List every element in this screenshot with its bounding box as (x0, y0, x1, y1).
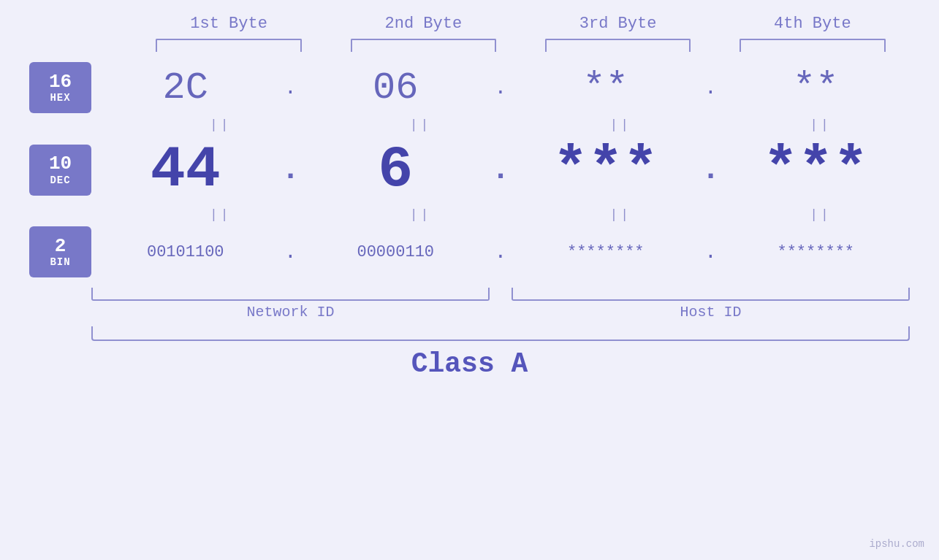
eq-sep2-3 (710, 207, 731, 222)
host-id-section: Host ID (512, 288, 910, 321)
byte-header-1: 1st Byte (132, 15, 326, 39)
byte-header-4: 4th Byte (715, 15, 910, 39)
hex-row: 16 HEX 2C . 06 . ** . ** (29, 62, 910, 113)
network-id-section: Network ID (91, 288, 490, 321)
dec-byte-1: 44 (91, 137, 280, 203)
dec-dot-1: . (280, 153, 302, 188)
hex-byte-3: ** (512, 66, 700, 110)
dec-byte-4: *** (722, 137, 911, 203)
byte-headers: 1st Byte 2nd Byte 3rd Byte 4th Byte (29, 15, 910, 39)
bin-dot-2: . (490, 241, 512, 264)
hex-values: 2C . 06 . ** . ** (91, 66, 910, 110)
hex-byte-1: 2C (91, 66, 280, 110)
eq-sep2-1 (310, 207, 332, 222)
top-bracket-3 (545, 39, 691, 52)
eq-sep-3 (710, 118, 731, 132)
class-label: Class A (411, 348, 528, 380)
bracket-cell-4 (715, 39, 910, 52)
bin-dot-1: . (280, 241, 302, 264)
host-bracket (512, 288, 910, 301)
dec-badge-num: 10 (49, 153, 72, 174)
main-container: 1st Byte 2nd Byte 3rd Byte 4th Byte 16 H… (0, 0, 939, 560)
top-bracket-1 (156, 39, 302, 52)
dec-byte-3: *** (512, 137, 700, 203)
dec-row: 10 DEC 44 . 6 . *** . *** (29, 137, 910, 203)
bracket-cell-1 (132, 39, 326, 52)
bin-values: 00101100 . 00000110 . ******** . *******… (91, 241, 910, 264)
hex-badge-num: 16 (49, 72, 72, 93)
eq-2-1: || (132, 207, 310, 222)
byte-header-3: 3rd Byte (521, 15, 715, 39)
attribution: ipshu.com (869, 538, 924, 550)
byte-header-2: 2nd Byte (326, 15, 520, 39)
eq-1-4: || (731, 118, 910, 132)
dec-badge: 10 DEC (29, 145, 91, 196)
eq-2-3: || (532, 207, 710, 222)
hex-dot-3: . (700, 77, 722, 99)
big-bracket-container (29, 326, 910, 341)
hex-badge-label: HEX (50, 92, 70, 104)
bracket-cell-2 (326, 39, 520, 52)
eq-1-1: || (132, 118, 310, 132)
big-bottom-bracket (91, 326, 910, 341)
top-bracket-4 (740, 39, 886, 52)
hex-byte-4: ** (722, 66, 911, 110)
class-container: Class A (29, 348, 910, 380)
eq-2-2: || (332, 207, 510, 222)
hex-dot-1: . (280, 77, 302, 99)
bin-badge-num: 2 (55, 236, 66, 257)
eq-1-2: || (332, 118, 510, 132)
dec-values: 44 . 6 . *** . *** (91, 137, 910, 203)
bin-badge: 2 BIN (29, 226, 91, 277)
bin-row: 2 BIN 00101100 . 00000110 . ******** . *… (29, 226, 910, 277)
eq-1-3: || (532, 118, 710, 132)
bin-byte-3: ******** (512, 243, 700, 261)
dec-byte-2: 6 (302, 137, 490, 203)
top-bracket-2 (351, 39, 497, 52)
network-bracket (91, 288, 490, 301)
eq-sep-1 (310, 118, 332, 132)
equals-row-2: || || || || (29, 207, 910, 222)
bottom-bracket-container: Network ID Host ID (91, 288, 910, 321)
bottom-section: Network ID Host ID (29, 288, 910, 321)
eq-2-4: || (731, 207, 910, 222)
hex-badge: 16 HEX (29, 62, 91, 113)
dec-dot-2: . (490, 153, 512, 188)
host-id-label: Host ID (680, 304, 741, 321)
bin-byte-4: ******** (722, 243, 911, 261)
eq-sep2-2 (510, 207, 532, 222)
bin-byte-2: 00000110 (302, 243, 490, 261)
eq-sep-2 (510, 118, 532, 132)
bin-badge-label: BIN (50, 256, 70, 268)
dec-dot-3: . (700, 153, 722, 188)
hex-dot-2: . (490, 77, 512, 99)
equals-row-1: || || || || (29, 118, 910, 132)
bracket-cell-3 (521, 39, 715, 52)
hex-byte-2: 06 (302, 66, 490, 110)
bin-byte-1: 00101100 (91, 243, 280, 261)
bin-dot-3: . (700, 241, 722, 264)
network-id-label: Network ID (246, 304, 334, 321)
dec-badge-label: DEC (50, 174, 70, 186)
top-bracket-row (29, 39, 910, 52)
